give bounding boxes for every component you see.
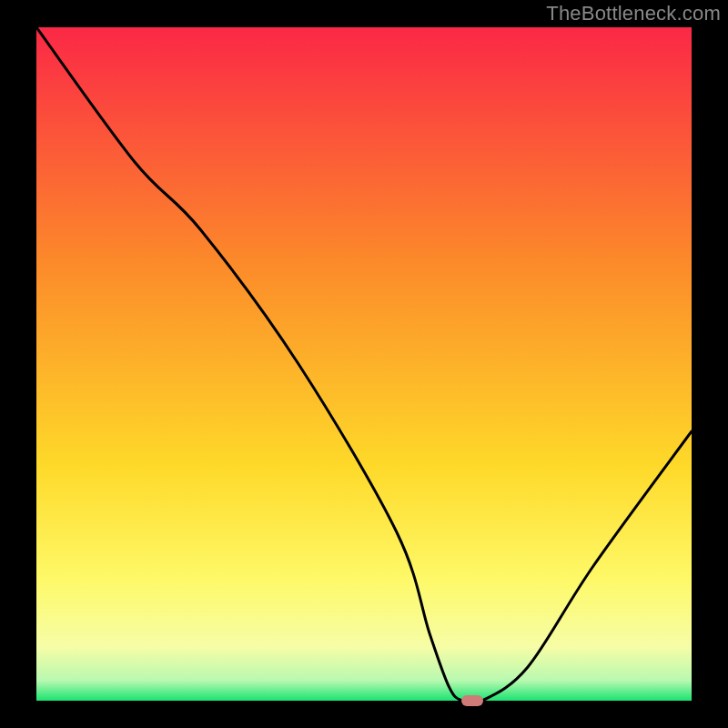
watermark-text: TheBottleneck.com bbox=[546, 2, 721, 25]
chart-canvas: TheBottleneck.com bbox=[0, 0, 728, 728]
gradient-rect bbox=[36, 27, 692, 701]
plot-svg bbox=[36, 27, 692, 701]
selected-marker bbox=[461, 695, 483, 706]
plot-area bbox=[36, 27, 692, 701]
